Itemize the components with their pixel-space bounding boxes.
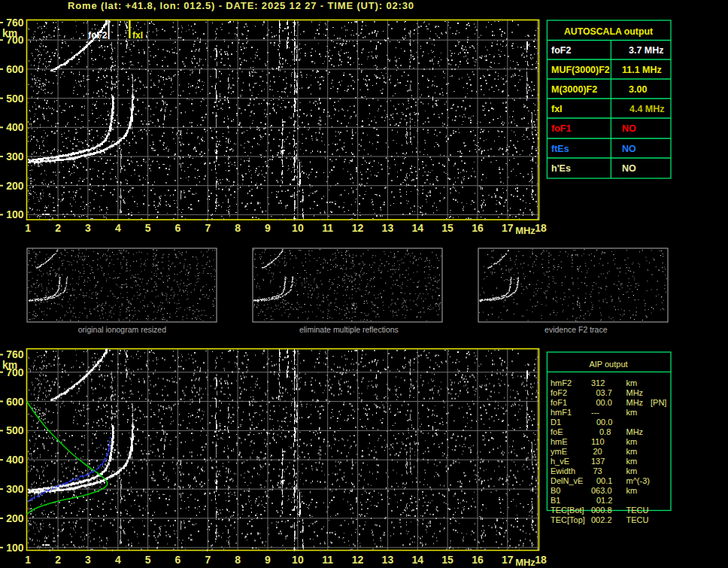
svg-text:NO: NO bbox=[622, 123, 636, 134]
svg-text:original ionogram resized: original ionogram resized bbox=[78, 325, 166, 334]
svg-text:ftEs: ftEs bbox=[551, 144, 569, 154]
svg-text:100: 100 bbox=[6, 208, 24, 220]
svg-text:11: 11 bbox=[322, 554, 333, 566]
svg-text:km: km bbox=[626, 378, 638, 387]
svg-text:1: 1 bbox=[25, 554, 31, 566]
svg-text:MUF(3000)F2: MUF(3000)F2 bbox=[551, 65, 610, 75]
svg-text:MHz: MHz bbox=[626, 388, 644, 397]
svg-text:20: 20 bbox=[593, 447, 602, 456]
svg-text:Rome (lat: +41.8, lon: 012.5): Rome (lat: +41.8, lon: 012.5) - DATE: 20… bbox=[68, 0, 414, 11]
svg-text:11.1 MHz: 11.1 MHz bbox=[622, 65, 662, 75]
svg-text:M(3000)F2: M(3000)F2 bbox=[551, 84, 597, 95]
svg-text:200: 200 bbox=[6, 180, 24, 192]
svg-text:14: 14 bbox=[412, 222, 424, 234]
svg-text:MHz: MHz bbox=[626, 398, 644, 407]
svg-text:002.2: 002.2 bbox=[591, 515, 612, 524]
svg-text:600: 600 bbox=[6, 396, 24, 408]
svg-text:9: 9 bbox=[265, 554, 271, 566]
svg-text:312: 312 bbox=[591, 378, 605, 387]
svg-text:500: 500 bbox=[6, 424, 24, 436]
svg-text:foF2: foF2 bbox=[551, 388, 567, 397]
svg-text:---: --- bbox=[591, 408, 599, 417]
svg-text:15: 15 bbox=[441, 554, 453, 566]
svg-text:600: 600 bbox=[6, 63, 24, 75]
svg-text:03.7: 03.7 bbox=[596, 388, 612, 397]
svg-text:h'Es: h'Es bbox=[551, 163, 571, 174]
svg-text:km: km bbox=[626, 447, 638, 456]
svg-text:m^(-3): m^(-3) bbox=[626, 476, 650, 485]
svg-text:200: 200 bbox=[6, 512, 24, 524]
svg-text:5: 5 bbox=[145, 554, 151, 566]
svg-text:Ewidth: Ewidth bbox=[551, 466, 575, 475]
svg-text:00.0: 00.0 bbox=[596, 418, 612, 427]
svg-text:7: 7 bbox=[205, 222, 211, 234]
svg-text:137: 137 bbox=[591, 457, 605, 466]
svg-text:300: 300 bbox=[6, 150, 24, 163]
svg-text:TECU: TECU bbox=[626, 515, 649, 524]
svg-text:8: 8 bbox=[235, 222, 241, 234]
svg-text:9: 9 bbox=[265, 222, 271, 234]
svg-text:11: 11 bbox=[322, 222, 333, 234]
svg-text:13: 13 bbox=[382, 222, 394, 234]
svg-text:B1: B1 bbox=[551, 496, 560, 505]
svg-text:0.8: 0.8 bbox=[599, 427, 611, 436]
svg-text:000.8: 000.8 bbox=[591, 506, 612, 515]
svg-text:D1: D1 bbox=[551, 418, 561, 427]
svg-text:h_vE: h_vE bbox=[551, 457, 569, 466]
svg-text:NO: NO bbox=[622, 163, 636, 174]
svg-text:18: 18 bbox=[535, 554, 547, 566]
svg-text:01.2: 01.2 bbox=[596, 496, 612, 505]
svg-text:foF1: foF1 bbox=[551, 398, 567, 407]
svg-text:MHz: MHz bbox=[515, 225, 535, 236]
svg-text:km: km bbox=[2, 359, 17, 371]
svg-text:73: 73 bbox=[593, 466, 602, 475]
svg-text:B0: B0 bbox=[551, 486, 560, 495]
svg-text:300: 300 bbox=[6, 483, 24, 495]
svg-text:km: km bbox=[626, 486, 638, 495]
svg-text:hmF2: hmF2 bbox=[551, 378, 572, 387]
svg-text:00.1: 00.1 bbox=[596, 476, 612, 485]
svg-text:6: 6 bbox=[175, 222, 181, 234]
svg-text:foF2: foF2 bbox=[88, 30, 108, 41]
svg-text:17: 17 bbox=[502, 222, 514, 234]
svg-text:MHz: MHz bbox=[515, 557, 535, 568]
svg-text:10: 10 bbox=[292, 554, 304, 566]
svg-text:[PN]: [PN] bbox=[651, 398, 666, 407]
svg-text:TECU: TECU bbox=[626, 506, 649, 515]
svg-text:17: 17 bbox=[502, 554, 514, 566]
svg-text:500: 500 bbox=[6, 93, 24, 105]
svg-text:TEC[Top]: TEC[Top] bbox=[551, 515, 585, 524]
svg-text:4: 4 bbox=[115, 554, 121, 566]
svg-text:2: 2 bbox=[55, 554, 61, 566]
svg-text:18: 18 bbox=[535, 222, 547, 234]
svg-text:100: 100 bbox=[6, 542, 24, 554]
svg-text:00.0: 00.0 bbox=[596, 398, 612, 407]
svg-text:8: 8 bbox=[235, 554, 241, 566]
svg-text:km: km bbox=[626, 408, 638, 417]
svg-text:15: 15 bbox=[441, 222, 453, 234]
svg-text:hmF1: hmF1 bbox=[551, 408, 572, 417]
svg-text:3: 3 bbox=[85, 554, 91, 566]
svg-text:ymE: ymE bbox=[551, 447, 567, 456]
svg-text:DelN_vE: DelN_vE bbox=[551, 476, 583, 485]
svg-text:5: 5 bbox=[145, 222, 151, 234]
svg-text:foF1: foF1 bbox=[551, 123, 571, 134]
svg-text:km: km bbox=[626, 437, 638, 446]
svg-text:063.0: 063.0 bbox=[591, 486, 612, 495]
svg-text:hmE: hmE bbox=[551, 437, 568, 446]
svg-text:7: 7 bbox=[205, 554, 211, 566]
svg-text:3.7 MHz: 3.7 MHz bbox=[629, 45, 664, 56]
svg-text:400: 400 bbox=[6, 454, 24, 466]
svg-text:4.4 MHz: 4.4 MHz bbox=[629, 104, 665, 114]
svg-text:4: 4 bbox=[115, 222, 121, 234]
svg-text:eliminate multiple reflections: eliminate multiple reflections bbox=[299, 325, 399, 334]
svg-text:AIP output: AIP output bbox=[589, 360, 627, 369]
svg-text:10: 10 bbox=[292, 222, 304, 234]
svg-text:13: 13 bbox=[382, 554, 394, 566]
svg-text:16: 16 bbox=[472, 554, 484, 566]
svg-text:12: 12 bbox=[352, 554, 364, 566]
svg-text:2: 2 bbox=[55, 222, 61, 234]
svg-text:AUTOSCALA output: AUTOSCALA output bbox=[564, 26, 653, 37]
svg-text:evidence F2 trace: evidence F2 trace bbox=[544, 325, 608, 334]
svg-text:NO: NO bbox=[622, 144, 636, 154]
